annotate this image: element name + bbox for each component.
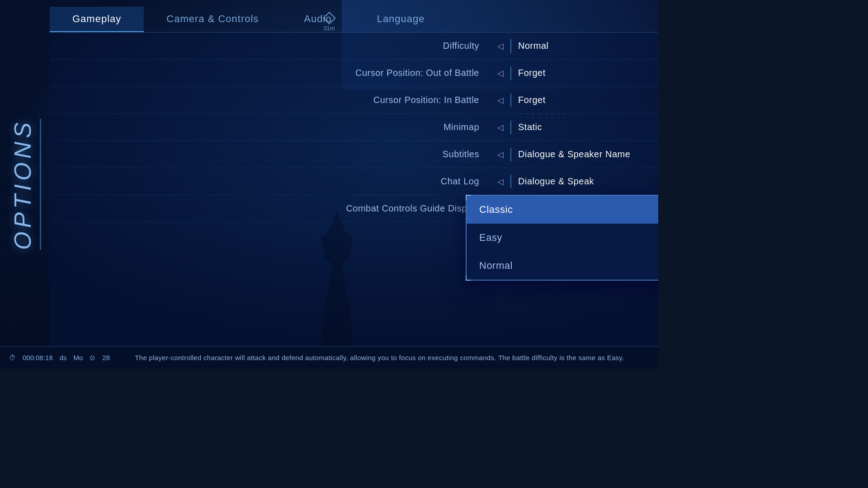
corner-tl [466, 195, 471, 200]
divider-difficulty [510, 39, 511, 53]
setting-label-chat-log: Chat Log [50, 176, 493, 187]
setting-row-cursor-in[interactable]: Cursor Position: In Battle ◁ Forget [50, 87, 658, 114]
arrow-left-chat-log[interactable]: ◁ [493, 177, 508, 187]
setting-value-chat-log: Dialogue & Speak [514, 176, 658, 187]
clock-icon: ⏱ [9, 354, 16, 361]
hud-time-indicator: 31m [323, 25, 335, 32]
setting-label-minimap: Minimap [50, 122, 493, 132]
mol-icon: Mo [74, 354, 83, 361]
mol-label: ds [60, 354, 67, 361]
arrow-left-cursor-out[interactable]: ◁ [493, 68, 508, 78]
setting-row-minimap[interactable]: Minimap ◁ Static [50, 114, 658, 141]
dropdown-item-normal[interactable]: Normal [467, 252, 658, 280]
tab-audio[interactable]: Audio [281, 7, 354, 32]
timer-display: 000:08:16 [23, 354, 53, 361]
mol-count: 28 [102, 354, 110, 361]
options-panel: Gameplay Camera & Controls Audio Languag… [50, 0, 658, 369]
setting-label-cursor-in: Cursor Position: In Battle [50, 95, 493, 105]
setting-label-combat-guide: Combat Controls Guide Display [50, 203, 493, 214]
setting-row-subtitles[interactable]: Subtitles ◁ Dialogue & Speaker Name [50, 141, 658, 168]
sidebar: Options [0, 0, 50, 369]
tab-language[interactable]: Language [354, 7, 448, 32]
status-bar: ⏱ 000:08:16 ds Mo ⊙ 28 The player-contro… [0, 346, 658, 369]
dropdown-item-classic[interactable]: Classic [467, 196, 658, 224]
difficulty-dropdown: Classic Easy Normal [466, 195, 658, 281]
setting-value-subtitles: Dialogue & Speaker Name [514, 149, 658, 160]
hud-top: 31m [323, 14, 335, 32]
settings-container: Difficulty ◁ Normal Cursor Position: Out… [50, 32, 658, 369]
setting-value-minimap: Static [514, 122, 658, 132]
nav-tabs: Gameplay Camera & Controls Audio Languag… [50, 7, 658, 32]
setting-label-difficulty: Difficulty [50, 41, 493, 51]
divider-subtitles [510, 148, 511, 161]
arrow-left-difficulty[interactable]: ◁ [493, 41, 508, 51]
setting-row-cursor-out[interactable]: Cursor Position: Out of Battle ◁ Forget [50, 60, 658, 87]
divider-chat-log [510, 175, 511, 188]
setting-label-subtitles: Subtitles [50, 149, 493, 160]
arrow-left-cursor-in[interactable]: ◁ [493, 95, 508, 105]
main-content: Options Gameplay Camera & Controls Audio… [0, 0, 658, 369]
setting-row-difficulty[interactable]: Difficulty ◁ Normal [50, 33, 658, 60]
tab-camera-controls[interactable]: Camera & Controls [144, 7, 281, 32]
arrow-left-subtitles[interactable]: ◁ [493, 150, 508, 160]
setting-value-cursor-out: Forget [514, 68, 658, 78]
hud-diamond-icon [323, 12, 335, 24]
setting-label-cursor-out: Cursor Position: Out of Battle [50, 68, 493, 78]
setting-value-difficulty: Normal [514, 41, 658, 51]
corner-bl [466, 275, 471, 281]
dropdown-item-easy[interactable]: Easy [467, 224, 658, 252]
timer-section: ⏱ 000:08:16 ds Mo ⊙ 28 [9, 354, 110, 362]
mol-icon2: ⊙ [90, 354, 95, 362]
tab-gameplay[interactable]: Gameplay [50, 7, 144, 32]
divider-cursor-out [510, 66, 511, 80]
setting-row-chat-log[interactable]: Chat Log ◁ Dialogue & Speak Classic Easy [50, 168, 658, 195]
setting-value-cursor-in: Forget [514, 95, 658, 105]
sidebar-label: Options [9, 119, 41, 250]
status-description: The player-controlled character will att… [110, 354, 649, 361]
arrow-left-minimap[interactable]: ◁ [493, 122, 508, 132]
divider-minimap [510, 121, 511, 134]
divider-cursor-in [510, 94, 511, 107]
